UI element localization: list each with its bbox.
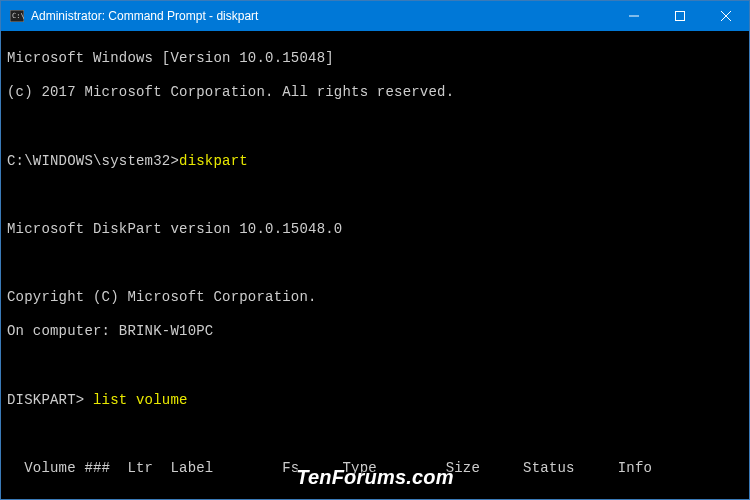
maximize-button[interactable]: [657, 1, 703, 31]
command-text: list volume: [93, 392, 188, 408]
svg-rect-3: [676, 12, 685, 21]
banner-line: Microsoft Windows [Version 10.0.15048]: [7, 50, 743, 67]
svg-text:C:\: C:\: [12, 12, 24, 20]
command-text: diskpart: [179, 153, 248, 169]
minimize-button[interactable]: [611, 1, 657, 31]
command-prompt-window: C:\ Administrator: Command Prompt - disk…: [0, 0, 750, 500]
diskpart-prompt: DISKPART>: [7, 392, 93, 408]
titlebar[interactable]: C:\ Administrator: Command Prompt - disk…: [1, 1, 749, 31]
diskpart-version: Microsoft DiskPart version 10.0.15048.0: [7, 221, 743, 238]
prompt-path: C:\WINDOWS\system32>: [7, 153, 179, 169]
close-button[interactable]: [703, 1, 749, 31]
watermark-text: TenForums.com: [296, 465, 453, 489]
prompt-line: DISKPART> list volume: [7, 392, 743, 409]
window-title: Administrator: Command Prompt - diskpart: [31, 9, 258, 23]
diskpart-computer: On computer: BRINK-W10PC: [7, 323, 743, 340]
table-divider: ---------- --- ----------- ----- -------…: [7, 494, 743, 499]
diskpart-copyright: Copyright (C) Microsoft Corporation.: [7, 289, 743, 306]
cmd-icon: C:\: [9, 8, 25, 24]
terminal-output[interactable]: Microsoft Windows [Version 10.0.15048] (…: [1, 31, 749, 499]
banner-line: (c) 2017 Microsoft Corporation. All righ…: [7, 84, 743, 101]
prompt-line: C:\WINDOWS\system32>diskpart: [7, 153, 743, 170]
